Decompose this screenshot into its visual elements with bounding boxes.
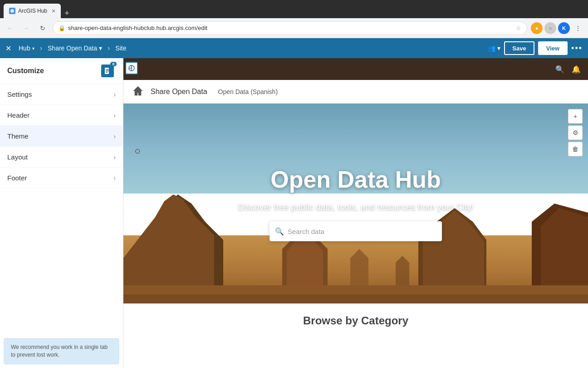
footer-chevron: › — [113, 174, 116, 182]
address-bar[interactable]: 🔒 share-open-data-english-hubclub.hub.ar… — [53, 21, 527, 35]
theme-chevron: › — [113, 133, 116, 140]
back-button[interactable]: ← — [4, 22, 16, 35]
site-navbar-right: 🔍 🔔 — [555, 65, 581, 74]
forward-button[interactable]: → — [20, 22, 33, 35]
collab-button[interactable]: 👥 ▾ — [488, 45, 500, 52]
sidebar-header: Customize 0 — [0, 58, 123, 84]
browser-chrome: ArcGIS Hub × + — [0, 0, 588, 18]
hero-subtitle: Discover free public data, tools, and re… — [238, 202, 474, 212]
save-button[interactable]: Save — [504, 41, 534, 55]
breadcrumb-sep-2: › — [108, 44, 110, 52]
hero-section: + ⚙ 🗑 Open Data Hub Discover free public… — [123, 104, 588, 303]
share-open-data-label: Share Open Data — [48, 45, 97, 52]
layout-label: Layout — [7, 153, 28, 161]
hub-label: Hub — [19, 45, 30, 52]
bookmark-icon[interactable]: ☆ — [516, 25, 521, 31]
header-label: Header — [7, 111, 29, 119]
refresh-button[interactable]: ↻ — [36, 22, 49, 35]
main-layout: Customize 0 Settings › Header › Theme › … — [0, 58, 588, 368]
lock-icon: 🔒 — [59, 25, 65, 31]
footer-notice-text: We recommend you work in a single tab to… — [11, 344, 108, 358]
share-dropdown-icon: ▾ — [99, 45, 102, 52]
settings-chevron: › — [113, 91, 116, 98]
app-header-right: 👥 ▾ Save View ••• — [488, 41, 583, 55]
sidebar-item-header[interactable]: Header › — [0, 105, 123, 126]
hero-search-icon: 🔍 — [275, 227, 284, 236]
hub-nav-item[interactable]: Hub ▾ — [19, 45, 34, 52]
doc-icon[interactable]: 0 — [101, 65, 114, 77]
user-avatar-orange: ● — [531, 22, 543, 34]
sidebar-footer-notice: We recommend you work in a single tab to… — [4, 338, 119, 364]
doc-badge: 0 — [110, 62, 117, 66]
browser-menu-btn[interactable]: ⋮ — [572, 22, 584, 35]
tab-label: ArcGIS Hub — [18, 8, 47, 14]
tab-favicon — [9, 8, 15, 14]
hero-search-bar[interactable]: 🔍 Search data — [270, 221, 442, 241]
collab-icon: 👥 — [488, 45, 495, 52]
tab-close-btn[interactable]: × — [52, 7, 55, 15]
profile-circle: ○ — [544, 22, 556, 34]
browse-title: Browse by Category — [131, 314, 581, 327]
hub-dropdown-icon: ▾ — [32, 46, 34, 51]
site-breadcrumb[interactable]: Site — [115, 45, 126, 52]
sidebar-item-theme[interactable]: Theme › — [0, 126, 123, 147]
site-nav-spanish[interactable]: Open Data (Spanish) — [218, 88, 278, 95]
browser-tabs: ArcGIS Hub × + — [4, 0, 73, 18]
collab-dropdown: ▾ — [497, 45, 500, 52]
hero-title: Open Data Hub — [270, 166, 441, 193]
more-button[interactable]: ••• — [571, 44, 583, 53]
sidebar-item-settings[interactable]: Settings › — [0, 84, 123, 105]
settings-label: Settings — [7, 90, 32, 98]
app-header-left: ✕ Hub ▾ › Share Open Data ▾ › Site — [5, 44, 488, 53]
browse-section: Browse by Category — [123, 303, 588, 334]
app-header: ✕ Hub ▾ › Share Open Data ▾ › Site 👥 ▾ S… — [0, 38, 588, 58]
sidebar-item-layout[interactable]: Layout › — [0, 147, 123, 168]
sidebar: Customize 0 Settings › Header › Theme › … — [0, 58, 123, 368]
navbar-search-icon[interactable]: 🔍 — [555, 65, 564, 74]
theme-toggle-btn[interactable] — [125, 62, 138, 75]
layout-chevron: › — [113, 154, 116, 161]
breadcrumb-sep-1: › — [40, 44, 42, 52]
content-area: ☰ 🔍 🔔 Share Open Data Open Data (Spanish… — [123, 58, 588, 368]
site-label: Site — [115, 45, 126, 52]
hero-overlay: Open Data Hub Discover free public data,… — [123, 104, 588, 303]
site-name: Share Open Data — [151, 88, 207, 96]
site-header: Share Open Data Open Data (Spanish) — [123, 80, 588, 104]
navbar-bell-icon[interactable]: 🔔 — [572, 65, 581, 74]
active-tab[interactable]: ArcGIS Hub × — [4, 4, 61, 18]
footer-label: Footer — [7, 174, 27, 182]
customize-title: Customize — [7, 67, 44, 75]
site-navbar: ☰ 🔍 🔔 — [123, 58, 588, 80]
svg-point-0 — [10, 9, 14, 13]
sidebar-item-footer[interactable]: Footer › — [0, 168, 123, 189]
new-tab-btn[interactable]: + — [61, 9, 73, 18]
header-chevron: › — [113, 112, 116, 119]
browser-actions: ● ○ K ⋮ — [531, 22, 584, 35]
share-open-data-breadcrumb[interactable]: Share Open Data ▾ — [48, 45, 102, 52]
hero-search-placeholder: Search data — [288, 228, 436, 235]
theme-label: Theme — [7, 132, 29, 140]
user-avatar-blue: K — [558, 22, 570, 34]
close-button[interactable]: ✕ — [5, 44, 11, 53]
address-bar-row: ← → ↻ 🔒 share-open-data-english-hubclub.… — [0, 18, 588, 38]
url-text: share-open-data-english-hubclub.hub.arcg… — [68, 25, 513, 31]
site-logo — [131, 85, 145, 99]
view-button[interactable]: View — [538, 41, 568, 55]
